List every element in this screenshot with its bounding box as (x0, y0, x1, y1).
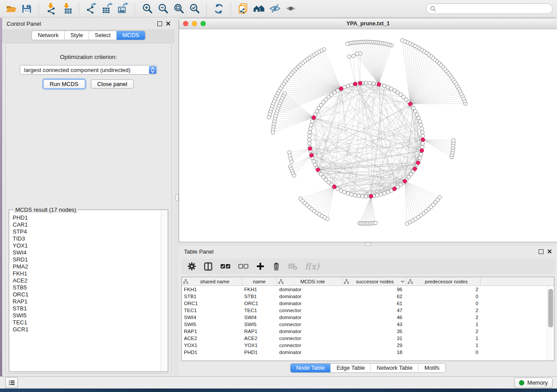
run-mcds-button[interactable]: Run MCDS (43, 79, 85, 89)
refresh-button[interactable] (212, 2, 225, 15)
search-houses-button[interactable] (253, 2, 266, 15)
table-row[interactable]: SWI4SWI4dominator462 (182, 314, 554, 321)
table-row[interactable]: RAP1RAP1dominator352 (182, 328, 554, 335)
splitter-grip[interactable] (365, 243, 371, 246)
table-cell[interactable]: 18 (343, 350, 406, 355)
table-cell[interactable]: SWI5 (242, 322, 277, 327)
network-graph[interactable] (179, 29, 557, 242)
table-row[interactable]: SWI5SWI5connector431 (182, 321, 554, 328)
table-cell[interactable]: dominator (277, 287, 343, 292)
close-panel-button[interactable]: Close panel (91, 79, 134, 89)
table-cell[interactable]: YOX1 (182, 343, 242, 348)
mcds-result-scrollbar[interactable] (161, 210, 167, 371)
zoom-out-button[interactable] (156, 2, 170, 15)
table-cell[interactable]: ORC1 (242, 301, 277, 306)
table-cell[interactable]: ACE2 (182, 336, 242, 341)
table-cell[interactable]: 2 (406, 308, 481, 313)
table-cell[interactable]: 1 (406, 336, 481, 341)
table-cell[interactable]: STB1 (242, 294, 277, 299)
tab-select[interactable]: Select (89, 31, 116, 40)
export-table-button[interactable] (100, 2, 114, 15)
table-cell[interactable]: SWI4 (182, 315, 242, 320)
mcds-result-item[interactable]: STB5 (13, 284, 160, 291)
mcds-result-item[interactable]: RAP1 (13, 298, 160, 305)
table-cell[interactable]: 31 (343, 336, 406, 341)
network-window-titlebar[interactable]: YPA_prune.txt_1 (179, 18, 557, 29)
table-row[interactable]: ORC1ORC1dominator610 (182, 300, 554, 307)
zoom-selected-button[interactable] (188, 2, 201, 15)
table-cell[interactable]: 47 (343, 308, 406, 313)
zoom-in-button[interactable] (141, 2, 154, 15)
table-cell[interactable]: dominator (277, 329, 343, 334)
tab-mcds[interactable]: MCDS (116, 31, 145, 40)
task-history-button[interactable] (5, 377, 18, 388)
mcds-result-item[interactable]: TEC1 (13, 319, 160, 326)
import-table-button[interactable] (60, 2, 73, 15)
table-cell[interactable]: PHD1 (242, 350, 277, 355)
splitter-grip[interactable] (175, 194, 179, 201)
table-cell[interactable]: 61 (343, 301, 406, 306)
table-cell[interactable]: dominator (277, 294, 343, 299)
tab-network-table[interactable]: Network Table (370, 364, 418, 372)
table-row[interactable]: STB1STB1dominator620 (182, 293, 554, 300)
tab-motifs[interactable]: Motifs (418, 364, 445, 372)
select-all-button[interactable] (220, 263, 231, 270)
mcds-result-item[interactable]: TID3 (13, 235, 160, 242)
tab-network[interactable]: Network (32, 31, 64, 40)
float-panel-icon[interactable] (539, 249, 543, 254)
hide-annotations-button[interactable] (268, 2, 281, 15)
table-cell[interactable]: 96 (343, 287, 406, 292)
mcds-result-item[interactable]: ACE2 (13, 277, 160, 284)
table-row[interactable]: TEC1TEC1connector472 (182, 307, 554, 314)
mcds-result-item[interactable]: SRD1 (13, 256, 160, 263)
mcds-result-item[interactable]: YOX1 (13, 242, 160, 249)
column-header-successor-nodes[interactable]: successor nodes (343, 277, 406, 285)
table-cell[interactable]: RAP1 (242, 329, 277, 334)
delete-row-button[interactable] (272, 262, 280, 271)
table-cell[interactable]: RAP1 (182, 329, 242, 334)
table-cell[interactable]: FKH1 (182, 287, 242, 292)
table-cell[interactable]: TEC1 (182, 308, 242, 313)
table-cell[interactable]: 2 (406, 287, 481, 292)
horizontal-splitter[interactable] (179, 242, 557, 246)
table-cell[interactable]: 2 (406, 315, 481, 320)
mcds-result-item[interactable]: SWI5 (13, 312, 160, 319)
table-cell[interactable]: SWI4 (242, 315, 277, 320)
table-row[interactable]: YOX1YOX1connector291 (182, 342, 554, 349)
vertical-splitter[interactable] (175, 18, 179, 376)
table-scrollbar[interactable] (547, 286, 554, 361)
table-cell[interactable]: FKH1 (242, 287, 277, 292)
table-cell[interactable]: dominator (277, 315, 343, 320)
add-row-button[interactable] (256, 262, 265, 271)
import-network-button[interactable] (45, 2, 58, 15)
column-header-predecessor-nodes[interactable]: predecessor nodes (406, 277, 481, 285)
column-header-shared-name[interactable]: shared name (182, 277, 242, 285)
table-cell[interactable]: SWI5 (182, 322, 242, 327)
table-cell[interactable]: 1 (406, 343, 481, 348)
table-cell[interactable]: dominator (277, 350, 343, 355)
mcds-result-item[interactable]: STP4 (13, 228, 160, 235)
table-cell[interactable]: PHD1 (182, 350, 242, 355)
table-cell[interactable]: ORC1 (182, 301, 242, 306)
table-cell[interactable]: connector (277, 336, 343, 341)
table-cell[interactable]: connector (277, 322, 343, 327)
mcds-result-item[interactable]: GCR1 (13, 326, 160, 333)
export-image-button[interactable] (116, 2, 129, 15)
table-cell[interactable]: ACE2 (242, 336, 277, 341)
zoom-fit-button[interactable] (172, 2, 185, 15)
tab-node-table[interactable]: Node Table (291, 364, 331, 372)
network-file-button[interactable] (237, 2, 250, 15)
column-header-mcds-role[interactable]: MCDS role (277, 277, 343, 285)
tab-edge-table[interactable]: Edge Table (330, 364, 370, 372)
table-cell[interactable]: 1 (406, 322, 481, 327)
mcds-result-item[interactable]: PMA2 (13, 263, 160, 270)
table-cell[interactable]: 43 (343, 322, 406, 327)
close-panel-icon[interactable] (547, 249, 552, 254)
table-cell[interactable]: 46 (343, 315, 406, 320)
tab-style[interactable]: Style (64, 31, 89, 40)
export-network-button[interactable] (85, 2, 98, 15)
table-cell[interactable]: dominator (277, 301, 343, 306)
table-cell[interactable]: 62 (343, 294, 406, 299)
table-cell[interactable]: 0 (406, 294, 481, 299)
show-annotations-button[interactable] (284, 2, 297, 15)
